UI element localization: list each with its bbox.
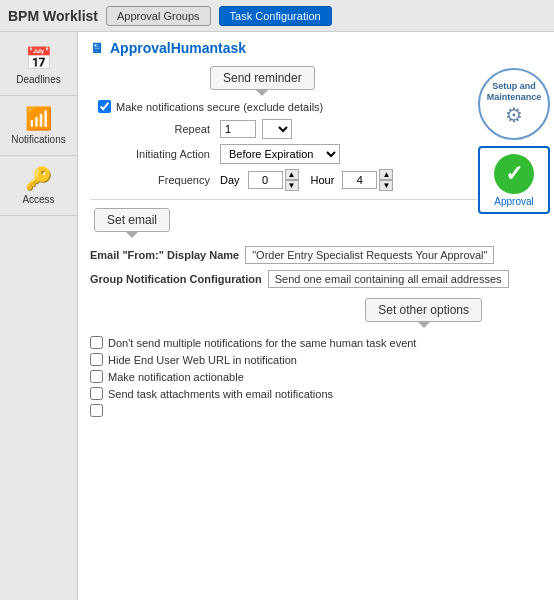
checkbox-hide-url[interactable] [90, 370, 103, 383]
set-other-options-callout: Set other options [365, 298, 482, 328]
group-notif-label: Group Notification Configuration [90, 273, 262, 285]
group-notif-value: Send one email containing all email addr… [268, 270, 509, 288]
repeat-label: Repeat [110, 123, 210, 135]
checkbox-row-3: Send task attachments with email notific… [90, 387, 542, 400]
checkbox-hide-url-label[interactable]: Make notification actionable [108, 371, 244, 383]
day-input[interactable] [248, 171, 283, 189]
day-down-btn[interactable]: ▼ [285, 180, 299, 191]
set-email-arrow [126, 232, 138, 238]
top-nav: BPM Worklist Approval Groups Task Config… [0, 0, 554, 32]
enable-reminder-row: Make notifications secure (exclude detai… [98, 100, 542, 113]
sidebar-item-notifications[interactable]: 📶 Notifications [0, 96, 77, 156]
checkbox-secure-label[interactable]: Don't send multiple notifications for th… [108, 337, 416, 349]
checkbox-attachments[interactable] [90, 404, 103, 417]
checkbox-row-2: Make notification actionable [90, 370, 542, 383]
checkbox-actionable-label[interactable]: Send task attachments with email notific… [108, 388, 333, 400]
checkbox-row-0: Don't send multiple notifications for th… [90, 336, 542, 349]
hour-spinner-btns: ▲ ▼ [379, 169, 393, 191]
enable-reminder-checkbox[interactable] [98, 100, 111, 113]
group-notif-row: Group Notification Configuration Send on… [90, 270, 542, 288]
access-icon: 🔑 [25, 166, 52, 192]
email-display-name-value: "Order Entry Specialist Requests Your Ap… [245, 246, 494, 264]
hour-down-btn[interactable]: ▼ [379, 180, 393, 191]
page-title-text: ApprovalHumantask [110, 40, 246, 56]
approval-label: Approval [494, 196, 533, 207]
gear-icon: ⚙ [505, 103, 523, 127]
send-reminder-box: Send reminder [210, 66, 315, 90]
set-email-callout: Set email [94, 208, 170, 238]
sidebar-item-deadlines[interactable]: 📅 Deadlines [0, 36, 77, 96]
frequency-label: Frequency [110, 174, 210, 186]
sidebar-item-access[interactable]: 🔑 Access [0, 156, 77, 216]
checkbox-no-multiple-label[interactable]: Hide End User Web URL in notification [108, 354, 297, 366]
page-title-icon: 🖥 [90, 40, 104, 56]
sidebar-access-label: Access [22, 194, 54, 205]
approval-btn[interactable]: ✓ Approval [478, 146, 550, 214]
set-other-options-box: Set other options [365, 298, 482, 322]
hour-spinner: ▲ ▼ [342, 169, 393, 191]
setup-maintenance-btn[interactable]: Setup andMaintenance ⚙ [478, 68, 550, 140]
approval-groups-btn[interactable]: Approval Groups [106, 6, 211, 26]
right-panel: Setup andMaintenance ⚙ ✓ Approval [478, 68, 550, 214]
other-options-checkboxes: Don't send multiple notifications for th… [90, 336, 542, 417]
day-up-btn[interactable]: ▲ [285, 169, 299, 180]
hour-input[interactable] [342, 171, 377, 189]
deadlines-icon: 📅 [25, 46, 52, 72]
checkbox-secure[interactable] [90, 336, 103, 349]
set-email-box: Set email [94, 208, 170, 232]
sidebar: 📅 Deadlines 📶 Notifications 🔑 Access [0, 32, 78, 600]
send-reminder-callout: Send reminder [210, 66, 315, 96]
task-configuration-btn[interactable]: Task Configuration [219, 6, 332, 26]
checkbox-no-multiple[interactable] [90, 353, 103, 366]
repeat-input[interactable] [220, 120, 256, 138]
day-label: Day [220, 174, 240, 186]
checkbox-row-4 [90, 404, 542, 417]
checkbox-actionable[interactable] [90, 387, 103, 400]
enable-reminder-label[interactable]: Make notifications secure (exclude detai… [116, 101, 323, 113]
setup-label: Setup andMaintenance [487, 81, 542, 103]
app-title: BPM Worklist [8, 8, 98, 24]
day-spinner-btns: ▲ ▼ [285, 169, 299, 191]
hour-up-btn[interactable]: ▲ [379, 169, 393, 180]
other-options-arrow [418, 322, 430, 328]
sidebar-notifications-label: Notifications [11, 134, 65, 145]
initiating-action-select[interactable]: Before Expiration [220, 144, 340, 164]
notifications-icon: 📶 [25, 106, 52, 132]
checkmark-icon: ✓ [505, 161, 523, 187]
page-title-row: 🖥 ApprovalHumantask [90, 40, 542, 56]
email-display-name-label: Email "From:" Display Name [90, 249, 239, 261]
initiating-action-label: Initiating Action [110, 148, 210, 160]
checkbox-row-1: Hide End User Web URL in notification [90, 353, 542, 366]
email-display-row: Email "From:" Display Name "Order Entry … [90, 246, 542, 264]
repeat-select[interactable] [262, 119, 292, 139]
callout-arrow [256, 90, 268, 96]
day-spinner: ▲ ▼ [248, 169, 299, 191]
approval-check-circle: ✓ [494, 154, 534, 194]
hour-label: Hour [311, 174, 335, 186]
sidebar-deadlines-label: Deadlines [16, 74, 60, 85]
